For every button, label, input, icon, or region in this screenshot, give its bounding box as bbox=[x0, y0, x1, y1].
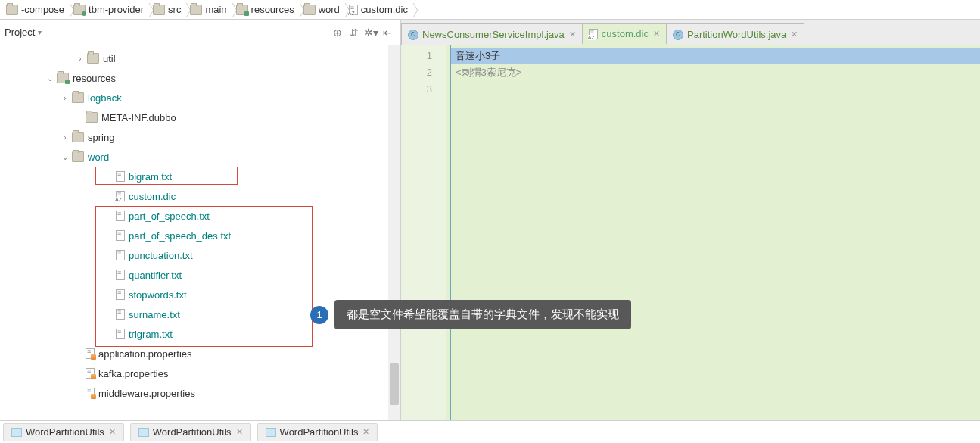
file-icon bbox=[116, 211, 125, 221]
crumb-custom-dic[interactable]: custom.dic bbox=[346, 4, 414, 15]
tree-item[interactable]: part_of_speech_des.txt bbox=[0, 226, 400, 245]
scrollbar-vertical[interactable] bbox=[388, 45, 400, 420]
tree-item-label: META-INF.dubbo bbox=[101, 112, 176, 123]
close-icon[interactable]: ✕ bbox=[236, 427, 243, 437]
chevron-right-icon[interactable]: › bbox=[61, 94, 70, 102]
tree-item-label: part_of_speech_des.txt bbox=[129, 230, 231, 242]
tree-item-label: util bbox=[103, 53, 116, 64]
tree-item-label: word bbox=[88, 151, 109, 163]
project-panel-header: Project ▾ ⊕ ⇵ ✲▾ ⇤ bbox=[0, 20, 401, 45]
breadcrumb: -compose tbm-provider src main resources… bbox=[0, 0, 980, 20]
tree-item[interactable]: application.properties bbox=[0, 344, 400, 363]
window-icon bbox=[138, 428, 149, 437]
tree-item-label: quantifier.txt bbox=[129, 270, 182, 281]
project-tree[interactable]: ›util⌄resources›logbackMETA-INF.dubbo›sp… bbox=[0, 45, 400, 403]
file-icon bbox=[86, 388, 95, 398]
tab-partition-word[interactable]: PartitionWordUtils.java✕ bbox=[666, 23, 804, 45]
tree-item-label: stopwords.txt bbox=[129, 289, 187, 301]
hide-icon[interactable]: ⇤ bbox=[379, 24, 396, 41]
close-icon[interactable]: ✕ bbox=[569, 30, 576, 39]
tree-item-label: punctuation.txt bbox=[129, 250, 193, 261]
folder-icon bbox=[57, 73, 69, 83]
settings-icon[interactable]: ✲▾ bbox=[362, 24, 379, 41]
java-icon bbox=[673, 30, 683, 40]
bottom-tab-label: WordPartitionUtils bbox=[280, 426, 359, 438]
tab-label: NewsConsumerServiceImpl.java bbox=[422, 29, 565, 40]
tree-item[interactable]: middleware.properties bbox=[0, 383, 400, 403]
bottom-tab[interactable]: WordPartitionUtils✕ bbox=[3, 423, 124, 441]
crumb-word[interactable]: word bbox=[300, 4, 346, 15]
tree-item-label: logback bbox=[88, 92, 122, 104]
crumb-main[interactable]: main bbox=[187, 4, 232, 15]
tree-item-label: bigram.txt bbox=[129, 171, 172, 183]
chevron-right-icon[interactable]: › bbox=[61, 133, 70, 142]
window-icon bbox=[11, 428, 22, 437]
close-icon[interactable]: ✕ bbox=[653, 29, 660, 39]
crumb-tbm-provider[interactable]: tbm-provider bbox=[70, 4, 150, 15]
close-icon[interactable]: ✕ bbox=[362, 427, 369, 437]
line-number: 1 bbox=[401, 48, 432, 64]
crumb-label: main bbox=[205, 4, 226, 15]
editor-line[interactable]: <刺猬3索尼克> bbox=[451, 64, 980, 81]
line-number: 2 bbox=[401, 64, 432, 81]
folder-icon bbox=[303, 5, 316, 15]
chevron-down-icon[interactable]: ⌄ bbox=[61, 153, 70, 161]
tree-item-label: part_of_speech.txt bbox=[129, 211, 210, 222]
tree-item[interactable]: kafka.properties bbox=[0, 363, 400, 383]
chevron-right-icon[interactable]: › bbox=[76, 55, 85, 63]
tree-item[interactable]: punctuation.txt bbox=[0, 245, 400, 265]
tree-item[interactable]: part_of_speech.txt bbox=[0, 206, 400, 226]
editor-area: 1 2 3 音速小3子 <刺猬3索尼克> bbox=[401, 45, 980, 420]
bottom-tab[interactable]: WordPartitionUtils✕ bbox=[257, 423, 378, 441]
tree-item[interactable]: quantifier.txt bbox=[0, 265, 400, 285]
tree-item[interactable]: bigram.txt bbox=[0, 167, 400, 186]
folder-icon bbox=[72, 151, 84, 162]
dropdown-icon[interactable]: ▾ bbox=[38, 28, 42, 36]
bottom-tab-label: WordPartitionUtils bbox=[153, 426, 232, 438]
tree-item[interactable]: ›util bbox=[0, 48, 400, 68]
tab-custom-dic[interactable]: custom.dic✕ bbox=[582, 23, 667, 45]
file-icon bbox=[86, 348, 95, 359]
callout-text: 都是空文件希望能覆盖自带的字典文件，发现不能实现 bbox=[334, 300, 631, 329]
tab-news-consumer[interactable]: NewsConsumerServiceImpl.java✕ bbox=[401, 23, 583, 45]
file-icon bbox=[116, 309, 125, 320]
tree-item[interactable]: ›logback bbox=[0, 88, 400, 108]
close-icon[interactable]: ✕ bbox=[791, 30, 798, 39]
tree-item[interactable]: custom.dic bbox=[0, 186, 400, 206]
main-area: ›util⌄resources›logbackMETA-INF.dubbo›sp… bbox=[0, 45, 980, 420]
editor-line[interactable]: 音速小3子 bbox=[451, 48, 980, 64]
callout-badge: 1 bbox=[310, 306, 328, 324]
file-icon bbox=[116, 329, 125, 339]
editor-content[interactable]: 音速小3子 <刺猬3索尼克> bbox=[451, 45, 980, 420]
window-icon bbox=[266, 428, 276, 437]
crumb-src[interactable]: src bbox=[150, 4, 187, 15]
folder-icon bbox=[86, 112, 98, 123]
file-icon bbox=[116, 191, 125, 201]
tree-item[interactable]: ⌄resources bbox=[0, 68, 400, 88]
project-panel-title[interactable]: Project bbox=[5, 27, 35, 38]
tree-item[interactable]: META-INF.dubbo bbox=[0, 108, 400, 127]
line-number: 3 bbox=[401, 81, 432, 98]
tree-item-label: spring bbox=[88, 132, 114, 143]
file-icon bbox=[116, 289, 125, 300]
file-icon bbox=[349, 5, 358, 15]
tree-item-label: surname.txt bbox=[129, 309, 180, 320]
editor-line[interactable] bbox=[451, 81, 980, 98]
folder-icon bbox=[72, 92, 84, 103]
folder-icon bbox=[87, 53, 99, 64]
crumb-resources[interactable]: resources bbox=[233, 4, 300, 15]
java-icon bbox=[408, 30, 418, 40]
locate-icon[interactable]: ⊕ bbox=[329, 24, 346, 41]
tree-item[interactable]: ›spring bbox=[0, 127, 400, 147]
bottom-tab[interactable]: WordPartitionUtils✕ bbox=[130, 423, 251, 441]
tree-item[interactable]: ⌄word bbox=[0, 147, 400, 167]
file-icon bbox=[116, 171, 125, 182]
collapse-icon[interactable]: ⇵ bbox=[346, 24, 362, 41]
editor-tabs: NewsConsumerServiceImpl.java✕ custom.dic… bbox=[401, 20, 980, 45]
crumb-compose[interactable]: -compose bbox=[3, 4, 70, 15]
tab-label: custom.dic bbox=[602, 28, 649, 39]
chevron-down-icon[interactable]: ⌄ bbox=[45, 74, 54, 83]
scrollbar-thumb[interactable] bbox=[390, 363, 399, 405]
close-icon[interactable]: ✕ bbox=[109, 427, 116, 437]
folder-icon bbox=[190, 5, 202, 15]
